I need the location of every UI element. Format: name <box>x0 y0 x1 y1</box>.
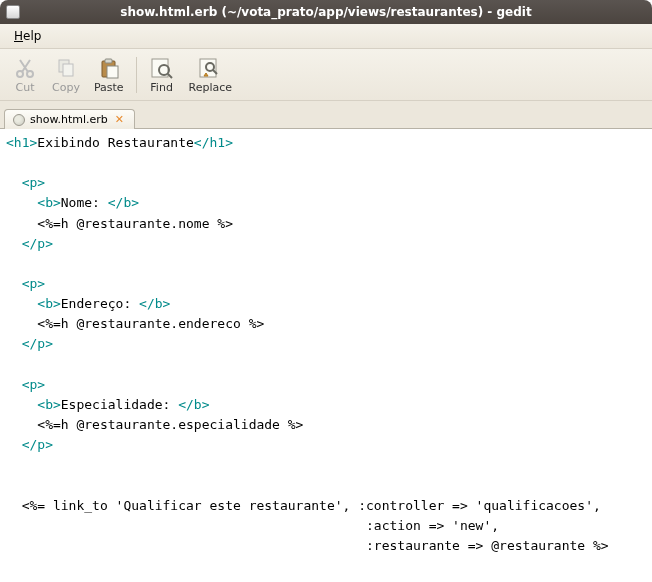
toolbar-separator <box>136 57 137 93</box>
svg-point-1 <box>27 71 33 77</box>
app-icon <box>6 5 20 19</box>
cut-button[interactable]: Cut <box>6 53 44 96</box>
close-icon[interactable]: ✕ <box>113 113 126 126</box>
paste-icon <box>96 55 122 81</box>
window-titlebar: show.html.erb (~/vota_prato/app/views/re… <box>0 0 652 24</box>
editor-area[interactable]: <h1>Exibindo Restaurante</h1> <p> <b>Nom… <box>0 129 652 582</box>
replace-label: Replace <box>189 81 233 94</box>
cut-label: Cut <box>16 81 35 94</box>
menubar: Help <box>0 24 652 49</box>
window-title: show.html.erb (~/vota_prato/app/views/re… <box>120 5 531 19</box>
replace-button[interactable]: Replace <box>183 53 239 96</box>
file-icon <box>13 114 25 126</box>
find-icon <box>149 55 175 81</box>
copy-button[interactable]: Copy <box>46 53 86 96</box>
paste-label: Paste <box>94 81 124 94</box>
tabbar: show.html.erb ✕ <box>0 101 652 129</box>
svg-rect-5 <box>105 59 112 63</box>
find-label: Find <box>150 81 173 94</box>
copy-icon <box>53 55 79 81</box>
svg-line-9 <box>168 74 172 78</box>
replace-icon <box>197 55 223 81</box>
menu-help-rest: elp <box>23 29 41 43</box>
svg-point-0 <box>17 71 23 77</box>
svg-rect-3 <box>63 64 73 76</box>
scissors-icon <box>12 55 38 81</box>
tab-label: show.html.erb <box>30 113 108 126</box>
svg-rect-6 <box>107 66 118 78</box>
menu-help[interactable]: Help <box>6 26 49 46</box>
find-button[interactable]: Find <box>143 53 181 96</box>
toolbar: Cut Copy Paste Find <box>0 49 652 101</box>
tab-active[interactable]: show.html.erb ✕ <box>4 109 135 129</box>
copy-label: Copy <box>52 81 80 94</box>
paste-button[interactable]: Paste <box>88 53 130 96</box>
